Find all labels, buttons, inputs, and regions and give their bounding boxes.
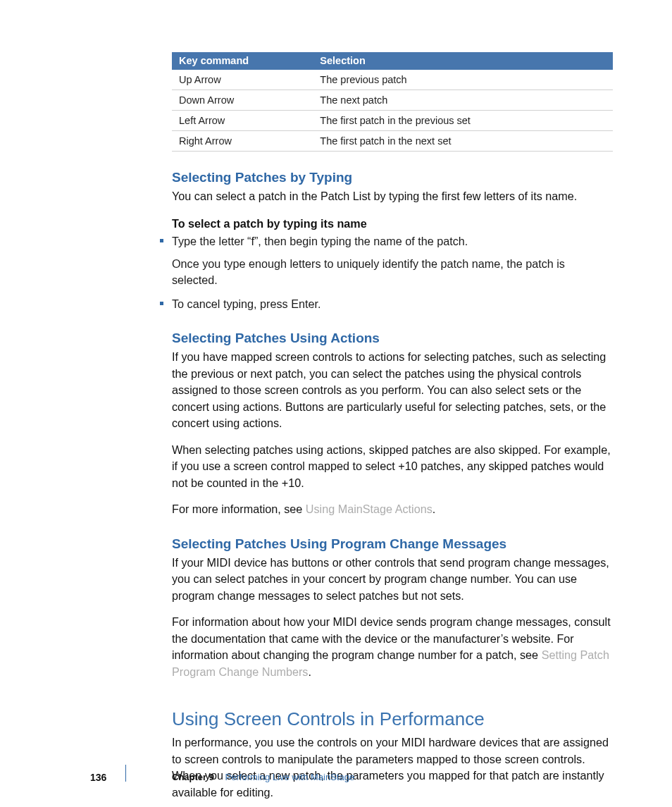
link-using-mainstage-actions[interactable]: Using MainStage Actions xyxy=(306,503,433,515)
heading-using-screen-controls: Using Screen Controls in Performance xyxy=(172,708,613,730)
table-cell: Right Arrow xyxy=(172,131,313,152)
body-text: If your MIDI device has buttons or other… xyxy=(172,555,613,604)
body-text: For information about how your MIDI devi… xyxy=(172,614,613,680)
table-cell: The first patch in the next set xyxy=(313,131,613,152)
table-cell: Up Arrow xyxy=(172,70,313,90)
bullet-list: Type the letter “f”, then begin typing t… xyxy=(172,233,613,312)
table-row: Right Arrow The first patch in the next … xyxy=(172,131,613,152)
chapter-title: Performing Live with MainStage xyxy=(225,772,355,782)
table-row: Up Arrow The previous patch xyxy=(172,70,613,90)
page-number: 136 xyxy=(90,772,106,783)
body-text: For more information, see Using MainStag… xyxy=(172,501,613,517)
heading-selecting-by-typing: Selecting Patches by Typing xyxy=(172,170,613,185)
table-cell: The first patch in the previous set xyxy=(313,111,613,131)
key-command-table: Key command Selection Up Arrow The previ… xyxy=(172,52,613,152)
heading-selecting-program-change: Selecting Patches Using Program Change M… xyxy=(172,536,613,552)
heading-selecting-using-actions: Selecting Patches Using Actions xyxy=(172,331,613,346)
table-cell: The previous patch xyxy=(313,70,613,90)
list-item-text: Type the letter “f”, then begin typing t… xyxy=(172,235,468,247)
table-row: Left Arrow The first patch in the previo… xyxy=(172,111,613,131)
list-item: To cancel typing, press Enter. xyxy=(172,296,613,312)
list-item-sub: Once you type enough letters to uniquely… xyxy=(172,256,613,289)
body-text: If you have mapped screen controls to ac… xyxy=(172,349,613,431)
list-item-text: To cancel typing, press Enter. xyxy=(172,297,321,310)
procedure-lead: To select a patch by typing its name xyxy=(172,217,613,230)
chapter-label: Chapter 9 xyxy=(172,772,214,782)
table-header: Selection xyxy=(313,52,613,70)
table-row: Down Arrow The next patch xyxy=(172,90,613,111)
document-page: Key command Selection Up Arrow The previ… xyxy=(0,0,672,807)
text-fragment: . xyxy=(308,665,311,678)
text-fragment: For more information, see xyxy=(172,503,306,515)
list-item: Type the letter “f”, then begin typing t… xyxy=(172,233,613,288)
table-cell: Down Arrow xyxy=(172,90,313,111)
chapter-line: Chapter 9 Performing Live with MainStage xyxy=(172,772,354,782)
table-header: Key command xyxy=(172,52,313,70)
text-fragment: . xyxy=(433,503,436,515)
footer-rule xyxy=(125,765,126,782)
body-text: You can select a patch in the Patch List… xyxy=(172,188,613,204)
body-text: When selecting patches using actions, sk… xyxy=(172,442,613,491)
table-cell: Left Arrow xyxy=(172,111,313,131)
table-cell: The next patch xyxy=(313,90,613,111)
body-text: In performance, you use the controls on … xyxy=(172,734,613,801)
